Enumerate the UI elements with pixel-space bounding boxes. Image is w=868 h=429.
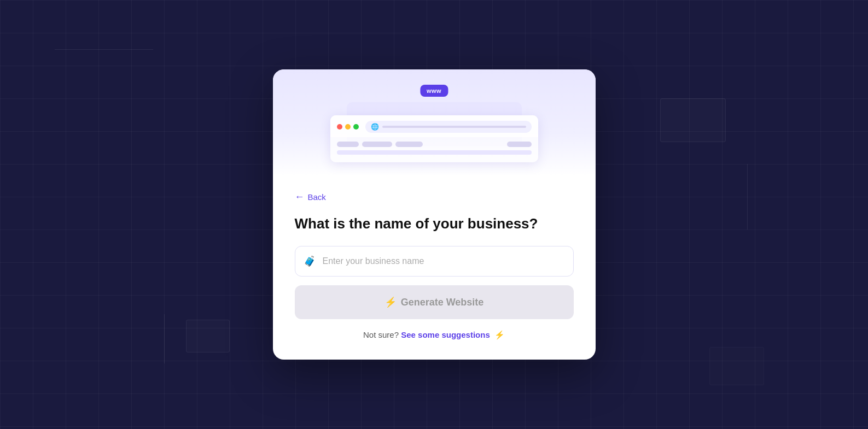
www-badge: www xyxy=(420,85,448,97)
generate-website-button[interactable]: ⚡ Generate Website xyxy=(295,285,574,319)
deco-rect xyxy=(709,347,764,385)
suggestions-bolt-icon: ⚡ xyxy=(494,330,505,339)
card-body: ← Back What is the name of your business… xyxy=(273,176,596,360)
deco-rect xyxy=(660,98,726,142)
suggestions-row: Not sure? See some suggestions ⚡ xyxy=(295,330,574,340)
deco-line xyxy=(747,164,748,230)
deco-rect xyxy=(186,320,230,352)
addressbar-line xyxy=(382,126,526,128)
spacer xyxy=(426,142,504,147)
main-card: www 🌐 xyxy=(273,69,596,360)
business-name-input-wrapper: 🧳 xyxy=(295,246,574,277)
browser-body xyxy=(330,137,538,162)
deco-line xyxy=(55,49,153,50)
browser-addressbar: 🌐 xyxy=(365,121,532,133)
content-block xyxy=(337,150,532,155)
nav-item xyxy=(507,142,532,147)
nav-item xyxy=(337,142,359,147)
browser-mockup: 🌐 xyxy=(330,115,538,162)
card-header-illustration: www 🌐 xyxy=(273,69,596,176)
browser-dots xyxy=(337,124,359,130)
suggestions-prefix: Not sure? xyxy=(363,330,399,339)
nav-item xyxy=(395,142,423,147)
browser-content-row xyxy=(337,150,532,155)
suggestions-link[interactable]: See some suggestions xyxy=(401,330,492,339)
dot-green xyxy=(353,124,359,130)
suggestions-link-label: See some suggestions xyxy=(401,330,490,339)
dot-yellow xyxy=(345,124,351,130)
question-title: What is the name of your business? xyxy=(295,215,574,233)
globe-icon: 🌐 xyxy=(371,123,379,131)
nav-item xyxy=(362,142,392,147)
bolt-icon: ⚡ xyxy=(385,296,397,308)
back-arrow-icon: ← xyxy=(295,191,305,203)
back-label: Back xyxy=(308,192,326,202)
back-link[interactable]: ← Back xyxy=(295,191,574,203)
browser-titlebar: 🌐 xyxy=(330,115,538,137)
dot-red xyxy=(337,124,342,130)
business-name-input[interactable] xyxy=(295,246,574,277)
deco-line xyxy=(164,314,165,363)
generate-button-label: Generate Website xyxy=(401,297,484,308)
browser-nav-row xyxy=(337,142,532,147)
